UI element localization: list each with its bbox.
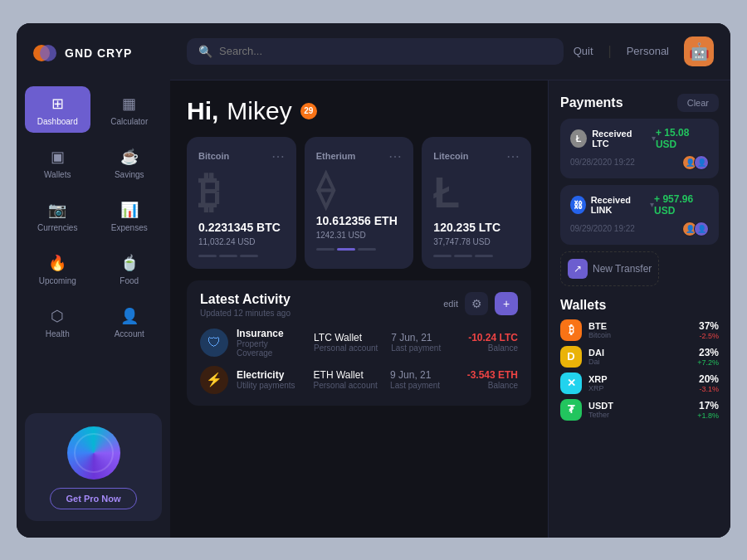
sidebar-item-label: Wallets — [44, 170, 71, 179]
card-dots — [198, 255, 285, 257]
edit-link[interactable]: edit — [443, 299, 458, 309]
sidebar-item-expenses[interactable]: 📊 Expenses — [97, 192, 163, 239]
payer-avatar: 👤 — [694, 222, 709, 236]
card-name: Bitcoin — [198, 151, 229, 161]
dot — [454, 255, 472, 257]
activity-list: 🛡 Insurance Property Coverage LTC Wallet… — [200, 328, 518, 394]
new-transfer-button[interactable]: ↗ New Transfer — [560, 251, 659, 286]
sidebar-item-label: Dashboard — [37, 117, 78, 126]
dot — [358, 248, 376, 251]
card-balance: 0.2231345 BTC — [198, 221, 285, 234]
crypto-card-bitcoin[interactable]: Bitcoin ⋯ ₿ 0.2231345 BTC 11,032.24 USD — [187, 137, 296, 269]
w-pct: 20% — [699, 373, 719, 385]
w-pct: 17% — [697, 400, 719, 411]
card-menu-icon[interactable]: ⋯ — [271, 149, 285, 164]
sidebar-item-dashboard[interactable]: ⊞ Dashboard — [25, 86, 90, 133]
wallet-item-dai[interactable]: D DAI Dai 23% +7.2% — [560, 346, 719, 368]
activity-title: Latest Activity — [200, 292, 290, 307]
w-full: Tether — [588, 411, 691, 419]
wallet-item-bte[interactable]: ₿ BTE Bitcoin 37% -2.5% — [560, 319, 719, 341]
payment-meta: 09/29/2020 19:22 👤 👤 — [570, 222, 709, 236]
sidebar-item-upcoming[interactable]: 🔥 Upcoming — [25, 246, 90, 292]
crypto-cards: Bitcoin ⋯ ₿ 0.2231345 BTC 11,032.24 USD — [187, 137, 531, 269]
quit-link[interactable]: Quit — [574, 45, 593, 57]
topbar-actions: Quit | Personal 🤖 — [574, 37, 714, 66]
payment-coin-name: Received LINK — [591, 195, 645, 215]
get-pro-button[interactable]: Get Pro Now — [50, 488, 136, 509]
sidebar-item-label: Expenses — [111, 223, 148, 232]
search-input[interactable] — [219, 45, 552, 57]
act-bal-label: Balance — [467, 381, 518, 390]
sidebar-item-calculator[interactable]: ▦ Calculator — [97, 86, 163, 133]
card-name: Litecoin — [433, 151, 468, 161]
card-header: Etherium ⋯ — [316, 149, 403, 164]
wallets-section: Wallets ₿ BTE Bitcoin 37% -2.5% — [560, 298, 719, 421]
link-icon: ⛓ — [570, 196, 586, 214]
w-change: -2.5% — [699, 332, 719, 340]
settings-button[interactable]: ⚙ — [465, 292, 488, 315]
card-name: Etherium — [316, 151, 356, 161]
sidebar-item-label: Account — [115, 329, 144, 338]
card-balance: 120.235 LTC — [433, 221, 520, 234]
w-change: +7.2% — [697, 358, 719, 367]
sidebar-item-health[interactable]: ⬡ Health — [25, 299, 90, 345]
card-symbol: ⟠ — [316, 171, 403, 207]
card-header: Bitcoin ⋯ — [198, 149, 285, 164]
sidebar-item-savings[interactable]: ☕ Savings — [97, 139, 163, 186]
card-usd: 11,032.24 USD — [198, 237, 285, 246]
act-wallet: ETH Wallet Personal account — [314, 369, 383, 390]
act-date-label: Last payment — [391, 343, 460, 353]
wallets-title: Wallets — [560, 298, 606, 312]
sidebar-logo: GND CRYP — [25, 40, 132, 66]
act-name: Electricity — [237, 369, 305, 381]
card-usd: 1242.31 USD — [316, 231, 403, 240]
w-pct: 37% — [699, 320, 719, 332]
w-full: Dai — [588, 358, 691, 366]
middle-row: Hi, Mikey 29 Bitcoin ⋯ ₿ 0.2231345 BTC 1… — [170, 80, 730, 538]
notification-badge[interactable]: 29 — [300, 103, 317, 119]
payments-section: Payments Clear Ł Received LTC ▾ + 15.08 … — [560, 94, 719, 286]
w-stats: 17% +1.8% — [697, 400, 719, 420]
act-desc: Property Coverage — [237, 339, 305, 358]
card-menu-icon[interactable]: ⋯ — [388, 149, 402, 164]
sidebar-item-wallets[interactable]: ▣ Wallets — [25, 139, 90, 186]
sidebar-item-currencies[interactable]: 📷 Currencies — [25, 192, 90, 239]
payment-coin-name: Received LTC — [592, 129, 647, 149]
w-info: BTE Bitcoin — [588, 321, 692, 339]
crypto-card-litecoin[interactable]: Litecoin ⋯ Ł 120.235 LTC 37,747.78 USD — [422, 137, 531, 269]
avatar: 🤖 — [684, 37, 714, 66]
search-box[interactable]: 🔍 — [187, 38, 564, 65]
wallet-item-usdt[interactable]: ₮ USDT Tether 17% +1.8% — [560, 399, 719, 421]
transfer-label: New Transfer — [593, 263, 652, 275]
xrp-icon: ✕ — [560, 373, 582, 394]
wallet-item-xrp[interactable]: ✕ XRP XRP 20% -3.1% — [560, 373, 719, 394]
dot — [316, 248, 334, 251]
add-activity-button[interactable]: + — [495, 292, 518, 315]
dot — [337, 248, 355, 251]
sidebar-item-label: Upcoming — [39, 276, 76, 285]
sidebar-item-account[interactable]: 👤 Account — [97, 299, 163, 345]
act-wallet-name: ETH Wallet — [314, 369, 383, 381]
crypto-card-etherium[interactable]: Etherium ⋯ ⟠ 10.612356 ETH 1242.31 USD — [305, 137, 414, 269]
payment-avatars: 👤 👤 — [686, 222, 709, 236]
activity-item-electricity: ⚡ Electricity Utility payments ETH Walle… — [200, 366, 518, 394]
upcoming-icon: 🔥 — [48, 254, 66, 272]
act-date-label: Last payment — [390, 381, 459, 390]
clear-button[interactable]: Clear — [677, 94, 719, 112]
sidebar-item-label: Health — [46, 329, 70, 338]
act-name: Insurance — [237, 328, 305, 339]
sidebar-item-food[interactable]: 🍵 Food — [97, 246, 163, 292]
personal-link[interactable]: Personal — [627, 45, 669, 57]
greeting-name: Mikey — [227, 97, 291, 125]
topbar-separator: | — [608, 44, 612, 59]
logo-text: GND CRYP — [65, 46, 132, 60]
wallets-icon: ▣ — [51, 148, 65, 166]
act-date: 7 Jun, 21 Last payment — [391, 332, 460, 353]
transfer-icon: ↗ — [568, 259, 588, 279]
payment-coin: Ł Received LTC ▾ — [570, 129, 656, 149]
act-info: Electricity Utility payments — [237, 369, 305, 390]
card-menu-icon[interactable]: ⋯ — [506, 149, 520, 164]
dashboard: Hi, Mikey 29 Bitcoin ⋯ ₿ 0.2231345 BTC 1… — [170, 80, 548, 538]
promo-globe — [67, 426, 120, 480]
insurance-icon: 🛡 — [200, 329, 228, 357]
